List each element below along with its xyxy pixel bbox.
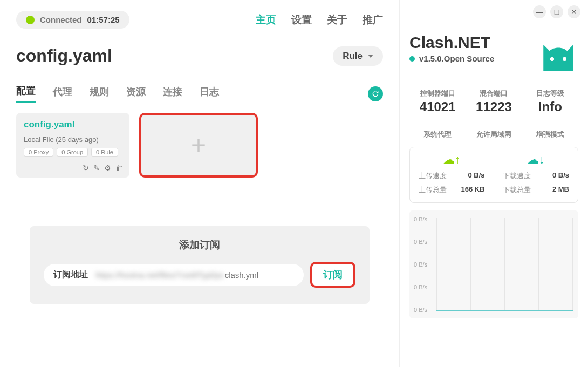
side-pane: — □ ✕ Clash.NET v1.5.0.Open Source 控制器端口…	[399, 0, 588, 367]
subtab-resources[interactable]: 资源	[126, 85, 146, 103]
topbar: Connected 01:57:25 主页 设置 关于 推广	[16, 11, 383, 29]
upload-cloud-icon: ☁︎↑	[443, 153, 461, 167]
nav-tab-promo[interactable]: 推广	[363, 13, 383, 27]
subtab-proxy[interactable]: 代理	[53, 85, 72, 103]
subscribe-label: 订阅地址	[53, 269, 88, 281]
log-level-label: 日志等级	[522, 89, 578, 98]
plus-icon: +	[191, 132, 206, 158]
subscribe-value-tail: clash.yml	[225, 270, 259, 280]
version-dot-icon	[409, 56, 415, 62]
ytick: 0 B/s	[414, 307, 427, 313]
switch-system-proxy[interactable]: 系统代理	[409, 130, 466, 139]
main-pane: Connected 01:57:25 主页 设置 关于 推广 config.ya…	[0, 0, 399, 367]
subscribe-row: 订阅地址 https://hostna.net/files/7cwI8Typl/…	[44, 262, 355, 288]
nav-tab-home[interactable]: 主页	[256, 13, 276, 27]
brand-row: Clash.NET v1.5.0.Open Source	[409, 33, 578, 76]
config-card-badges: 0 Proxy 0 Group 0 Rule	[24, 148, 122, 157]
mode-dropdown[interactable]: Rule	[333, 46, 383, 66]
config-cards: config.yaml Local File (25 days ago) 0 P…	[16, 113, 383, 178]
cat-logo-icon	[538, 33, 578, 76]
ytick: 0 B/s	[414, 261, 427, 268]
download-rate-label: 下载速度	[503, 171, 531, 181]
card-settings-icon[interactable]: ⚙	[104, 164, 111, 172]
upload-total-label: 上传总量	[419, 185, 447, 195]
ytick: 0 B/s	[414, 216, 427, 222]
subscribe-button[interactable]: 订阅	[310, 262, 355, 288]
add-config-card[interactable]: +	[139, 113, 258, 178]
switch-enhanced-mode[interactable]: 增强模式	[522, 130, 578, 139]
info-grid: 控制器端口 41021 混合端口 11223 日志等级 Info	[409, 89, 578, 114]
chart-y-labels: 0 B/s 0 B/s 0 B/s 0 B/s 0 B/s	[414, 216, 427, 313]
config-card-actions: ↻ ✎ ⚙ 🗑	[83, 164, 123, 172]
status-uptime: 01:57:25	[87, 15, 120, 24]
download-total-value: 2 MB	[552, 185, 569, 195]
log-level-value: Info	[522, 99, 578, 114]
subscribe-heading: 添加订阅	[44, 238, 355, 252]
subscribe-value: https://hostna.net/files/7cwI8Typl/po cl…	[95, 270, 258, 280]
download-rate-value: 0 B/s	[552, 171, 569, 181]
chart-gridlines	[436, 218, 573, 311]
config-card-title: config.yaml	[24, 119, 122, 130]
switch-row: 系统代理 允许局域网 增强模式	[409, 130, 578, 139]
config-card-subtitle: Local File (25 days ago)	[24, 135, 122, 144]
page-title: config.yaml	[16, 46, 112, 66]
download-total-label: 下载总量	[503, 185, 531, 195]
ytick: 0 B/s	[414, 239, 427, 245]
connection-status: Connected 01:57:25	[16, 11, 129, 29]
download-col: ☁︎↓ 下载速度0 B/s 下载总量2 MB	[494, 147, 578, 202]
card-delete-icon[interactable]: 🗑	[115, 164, 123, 172]
mixed-port-label: 混合端口	[466, 89, 522, 98]
title-row: config.yaml Rule	[16, 46, 383, 66]
close-button[interactable]: ✕	[568, 5, 580, 18]
nav-tabs: 主页 设置 关于 推广	[256, 13, 383, 27]
controller-port-label: 控制器端口	[409, 89, 466, 98]
mixed-port-value: 11223	[466, 99, 522, 114]
card-refresh-icon[interactable]: ↻	[83, 164, 89, 172]
refresh-icon	[371, 90, 380, 98]
refresh-button[interactable]	[368, 86, 383, 101]
traffic-chart: 0 B/s 0 B/s 0 B/s 0 B/s 0 B/s	[409, 210, 578, 318]
subscribe-input[interactable]: 订阅地址 https://hostna.net/files/7cwI8Typl/…	[44, 264, 304, 286]
version-row: v1.5.0.Open Source	[409, 54, 532, 63]
switch-allow-lan[interactable]: 允许局域网	[466, 130, 522, 139]
upload-total-value: 166 KB	[461, 185, 484, 195]
ytick: 0 B/s	[414, 284, 427, 290]
upload-rate-value: 0 B/s	[468, 171, 484, 181]
subscribe-panel: 添加订阅 订阅地址 https://hostna.net/files/7cwI8…	[30, 226, 370, 304]
app-name: Clash.NET	[409, 33, 532, 52]
subtab-rules[interactable]: 规则	[90, 85, 109, 103]
subscribe-value-hidden: https://hostna.net/files/7cwI8Typl/po	[95, 270, 224, 280]
subtab-config[interactable]: 配置	[16, 84, 36, 103]
status-label: Connected	[40, 15, 82, 24]
badge-proxy: 0 Proxy	[24, 148, 53, 157]
nav-tab-settings[interactable]: 设置	[291, 13, 312, 27]
status-dot-icon	[26, 16, 35, 24]
maximize-button[interactable]: □	[550, 5, 563, 18]
download-cloud-icon: ☁︎↓	[527, 153, 545, 167]
config-card[interactable]: config.yaml Local File (25 days ago) 0 P…	[16, 113, 129, 178]
version-text: v1.5.0.Open Source	[419, 54, 494, 63]
subtab-logs[interactable]: 日志	[200, 85, 219, 103]
controller-port-value: 41021	[409, 99, 466, 114]
card-edit-icon[interactable]: ✎	[93, 164, 100, 172]
badge-group: 0 Group	[57, 148, 88, 157]
upload-rate-label: 上传速度	[419, 171, 447, 181]
chart-baseline	[436, 310, 573, 311]
speed-card: ☁︎↑ 上传速度0 B/s 上传总量166 KB ☁︎↓ 下载速度0 B/s 下…	[409, 147, 578, 203]
minimize-button[interactable]: —	[533, 5, 546, 18]
upload-col: ☁︎↑ 上传速度0 B/s 上传总量166 KB	[410, 147, 494, 202]
badge-rule: 0 Rule	[91, 148, 118, 157]
window-controls: — □ ✕	[533, 5, 580, 18]
nav-tab-about[interactable]: 关于	[327, 13, 347, 27]
chevron-down-icon	[368, 55, 373, 58]
subtab-connections[interactable]: 连接	[163, 85, 182, 103]
mode-label: Rule	[343, 51, 363, 62]
sub-tabs: 配置 代理 规则 资源 连接 日志	[16, 84, 383, 103]
